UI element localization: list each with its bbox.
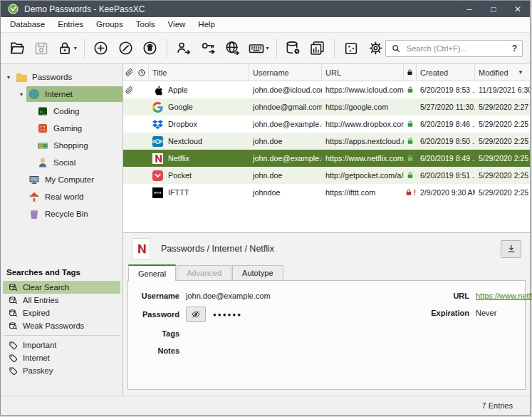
- toolbar: ▾ ▾ ?: [1, 33, 530, 64]
- main-area: ▼ Passwords ▼ Internet >_Coding Gaming 1…: [1, 64, 530, 396]
- search-item-all-entries[interactable]: All Entries: [3, 294, 120, 307]
- table-row[interactable]: Dropbox john.doe@example.com http://www.…: [123, 115, 530, 133]
- username-column-header[interactable]: Username: [249, 64, 322, 81]
- url-link[interactable]: https://www.netflix.com/: [476, 292, 532, 300]
- trash-circle-icon: [142, 40, 158, 56]
- tree-item-internet[interactable]: ▼ Internet: [1, 86, 122, 103]
- sort-descending-icon[interactable]: ▼: [518, 69, 526, 76]
- save-database-button[interactable]: [32, 37, 51, 60]
- ifttt-favicon: IFTTT: [152, 187, 163, 198]
- close-button[interactable]: ✕: [506, 1, 530, 17]
- attachment-column-header[interactable]: [123, 64, 135, 81]
- svg-text:IFTTT: IFTTT: [155, 192, 162, 195]
- keepassxc-logo-icon: [8, 4, 19, 14]
- toggle-password-button[interactable]: [186, 307, 206, 322]
- separator: [4, 335, 120, 336]
- copy-username-button[interactable]: [174, 37, 193, 60]
- menu-tools[interactable]: Tools: [130, 17, 162, 32]
- entries-count: 7 Entries: [482, 401, 513, 410]
- tree-item-my-computer[interactable]: My Computer: [1, 171, 122, 188]
- minimize-button[interactable]: –: [457, 1, 481, 17]
- modified-column-header[interactable]: Modified▼: [475, 64, 530, 81]
- database-search-icon: [9, 309, 18, 318]
- notes-label: Notes: [132, 346, 179, 355]
- banknote-icon: 10: [37, 140, 48, 151]
- maximize-button[interactable]: □: [481, 1, 506, 17]
- status-bar: 7 Entries: [1, 396, 530, 415]
- menu-groups[interactable]: Groups: [90, 17, 130, 32]
- add-entry-button[interactable]: [92, 37, 110, 60]
- search-input[interactable]: [405, 43, 512, 53]
- created-column-header[interactable]: Created: [417, 64, 475, 81]
- close-preview-button[interactable]: [501, 240, 521, 258]
- expander-icon[interactable]: ▼: [4, 75, 14, 80]
- open-url-button[interactable]: [223, 37, 241, 60]
- tree-item-real-world[interactable]: Real world: [1, 188, 122, 205]
- entry-preview-panel: Passwords / Internet / Netflix General A…: [123, 232, 530, 396]
- tree-item-social[interactable]: Social: [1, 154, 122, 171]
- tree-item-recycle-bin[interactable]: Recycle Bin: [1, 205, 122, 222]
- tree-item-shopping[interactable]: 10Shopping: [1, 137, 122, 154]
- url-column-header[interactable]: URL: [322, 64, 404, 81]
- tags-label: Tags: [132, 329, 179, 338]
- search-box[interactable]: ?: [385, 40, 523, 57]
- open-database-button[interactable]: [8, 37, 26, 60]
- edit-entry-button[interactable]: [116, 37, 135, 60]
- search-item-expired[interactable]: Expired: [3, 307, 120, 319]
- tag-icon: [9, 366, 18, 376]
- table-row[interactable]: IFTTTIFTTT johndoe https://ifttt.com ! 2…: [123, 184, 530, 201]
- edit-circle-icon: [118, 40, 134, 56]
- database-settings-button[interactable]: [284, 37, 303, 60]
- delete-entry-button[interactable]: [140, 37, 159, 60]
- tree-item-gaming[interactable]: Gaming: [1, 120, 122, 137]
- table-row[interactable]: Google johndoe@gmail.com https://google.…: [123, 98, 530, 115]
- dropbox-favicon: [152, 119, 163, 130]
- menu-help[interactable]: Help: [192, 17, 221, 32]
- tag-item-internet[interactable]: Internet: [3, 351, 120, 364]
- tree-item-coding[interactable]: >_Coding: [1, 103, 122, 120]
- preview-tabs: General Advanced Autotype: [123, 264, 530, 280]
- tab-general[interactable]: General: [128, 264, 176, 281]
- lock-database-button[interactable]: ▾: [57, 37, 77, 60]
- autotype-button[interactable]: ▾: [248, 37, 269, 60]
- paperclip-icon: [125, 68, 133, 76]
- menu-view[interactable]: View: [162, 17, 192, 32]
- search-item-weak-passwords[interactable]: Weak Passwords: [3, 319, 120, 332]
- database-search-icon: [9, 283, 18, 292]
- key-arrow-icon: [200, 40, 217, 56]
- tree-item-passwords[interactable]: ▼ Passwords: [1, 68, 122, 86]
- copy-password-button[interactable]: [199, 37, 217, 60]
- tab-advanced[interactable]: Advanced: [177, 265, 231, 280]
- settings-button[interactable]: [366, 37, 385, 60]
- menu-database[interactable]: Database: [4, 17, 51, 32]
- username-label: Username: [132, 292, 179, 300]
- dice-icon: [343, 41, 359, 56]
- google-favicon: [152, 102, 163, 113]
- content-area: Title Username URL Created Modified▼ App…: [123, 64, 530, 396]
- toolbar-separator: [334, 39, 335, 58]
- tab-autotype[interactable]: Autotype: [232, 265, 283, 280]
- title-column-header[interactable]: Title: [149, 64, 249, 81]
- password-column-header[interactable]: [404, 64, 417, 81]
- menu-entries[interactable]: Entries: [51, 17, 90, 32]
- paperclip-icon: [125, 86, 133, 94]
- reports-button[interactable]: [308, 37, 327, 60]
- password-generator-button[interactable]: [342, 37, 360, 60]
- svg-text:>_: >_: [40, 109, 46, 115]
- table-row[interactable]: Nextcloud john.doe https://apps.nextclou…: [123, 133, 530, 150]
- recycle-bin-icon: [28, 208, 40, 220]
- search-item-clear-search[interactable]: Clear Search: [3, 281, 120, 294]
- table-row[interactable]: Pocket john.doe http://getpocket.com/a/q…: [123, 167, 530, 184]
- pocket-favicon: [152, 170, 163, 181]
- tag-item-important[interactable]: Important: [3, 339, 120, 351]
- chevron-down-icon: ▾: [74, 45, 77, 51]
- table-row-selected[interactable]: Netflix john.doe@example.com https://www…: [123, 150, 530, 167]
- tag-item-passkey[interactable]: Passkey: [3, 364, 120, 377]
- sidebar: ▼ Passwords ▼ Internet >_Coding Gaming 1…: [1, 64, 123, 396]
- table-row[interactable]: Apple john.doe@icloud.com https://www.ic…: [123, 81, 530, 98]
- username-value: john.doe@example.com: [186, 292, 271, 300]
- folder-icon: [16, 71, 27, 83]
- search-help-button[interactable]: ?: [512, 43, 517, 53]
- expiry-column-header[interactable]: [135, 64, 149, 81]
- expander-icon[interactable]: ▼: [16, 92, 26, 97]
